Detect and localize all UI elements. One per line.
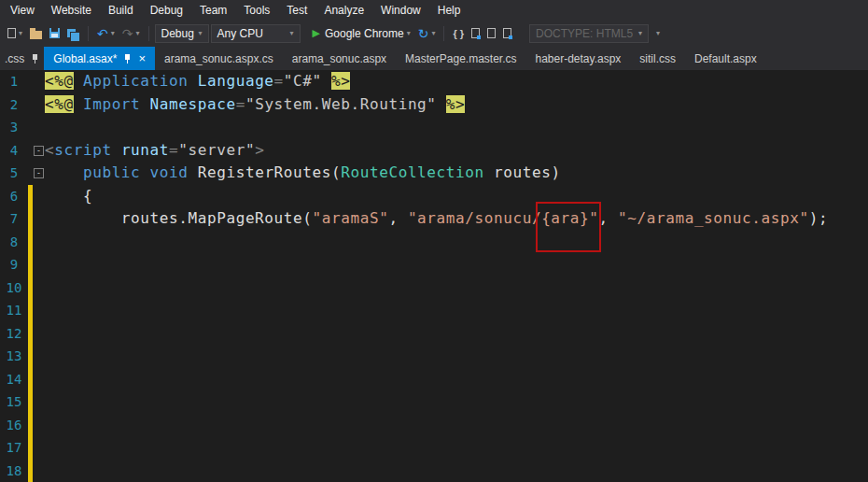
increase-indent-icon xyxy=(503,28,511,38)
menu-item-team[interactable]: Team xyxy=(191,1,235,20)
line-number: 12 xyxy=(0,322,28,346)
chevron-down-icon: ▾ xyxy=(111,29,115,37)
tab-global-asax[interactable]: Global.asax*× xyxy=(44,47,155,70)
fold-margin xyxy=(33,93,45,117)
surround-with-button[interactable]: { } xyxy=(450,26,467,41)
fold-margin xyxy=(33,276,45,300)
code-line-14[interactable]: 14 xyxy=(0,368,868,391)
code-text: <%@ Application Language="C#" %> xyxy=(45,70,350,93)
fold-margin: - xyxy=(33,139,45,163)
code-line-10[interactable]: 10 xyxy=(0,276,868,300)
code-line-3[interactable]: 3 xyxy=(0,116,868,139)
code-line-8[interactable]: 8 xyxy=(0,231,868,254)
tab-default-aspx[interactable]: Default.aspx xyxy=(685,47,766,70)
menu-item-build[interactable]: Build xyxy=(100,1,142,20)
pin-icon[interactable] xyxy=(123,53,132,64)
menu-item-debug[interactable]: Debug xyxy=(142,1,191,20)
menu-item-analyze[interactable]: Analyze xyxy=(315,1,372,20)
menu-item-website[interactable]: Website xyxy=(43,1,100,20)
undo-icon: ↶ xyxy=(97,26,108,41)
code-line-7[interactable]: 7 routes.MapPageRoute("aramaS", "arama/s… xyxy=(0,207,868,231)
start-debugging-button[interactable]: ▶ Google Chrome ▾ xyxy=(310,25,413,42)
fold-margin xyxy=(33,345,45,368)
menu-item-test[interactable]: Test xyxy=(278,1,315,20)
code-editor[interactable]: 1<%@ Application Language="C#" %>2<%@ Im… xyxy=(0,70,868,482)
code-line-15[interactable]: 15 xyxy=(0,390,868,414)
decrease-indent-icon xyxy=(487,28,496,38)
solution-platform-dropdown[interactable]: Any CPU ▾ xyxy=(211,24,301,43)
code-line-6[interactable]: 6 { xyxy=(0,185,868,208)
line-number: 7 xyxy=(0,207,28,231)
save-button[interactable] xyxy=(47,26,63,40)
tab-css[interactable]: .css xyxy=(0,47,44,70)
line-number: 1 xyxy=(0,70,28,93)
fold-margin xyxy=(33,185,45,208)
tab-label: haber-detay.aspx xyxy=(536,52,622,65)
tab-masterpage-master-cs[interactable]: MasterPage.master.cs xyxy=(396,47,525,70)
redo-button[interactable]: ↷ ▾ xyxy=(119,24,143,43)
line-number: 11 xyxy=(0,299,28,322)
line-number: 13 xyxy=(0,345,28,368)
tab-sitil-css[interactable]: sitil.css xyxy=(630,47,685,70)
open-file-button[interactable] xyxy=(27,26,45,41)
code-text: <script runat="server"> xyxy=(45,139,264,163)
format-document-icon xyxy=(471,28,480,38)
tab-haber-detay-aspx[interactable]: haber-detay.aspx xyxy=(526,47,631,70)
menu-item-view[interactable]: View xyxy=(2,1,43,20)
chevron-down-icon: ▾ xyxy=(431,29,435,37)
collapse-icon[interactable]: - xyxy=(34,146,44,156)
line-number: 15 xyxy=(0,390,28,414)
line-number: 16 xyxy=(0,414,28,437)
code-line-12[interactable]: 12 xyxy=(0,322,868,346)
menu-item-tools[interactable]: Tools xyxy=(235,1,278,20)
tab-label: arama_sonuc.aspx.cs xyxy=(164,52,273,65)
close-icon[interactable]: × xyxy=(138,52,146,64)
fold-margin xyxy=(33,299,45,322)
code-line-4[interactable]: 4-<script runat="server"> xyxy=(0,139,868,163)
line-number: 5 xyxy=(0,162,28,185)
undo-button[interactable]: ↶ ▾ xyxy=(94,24,118,43)
menu-bar: ViewWebsiteBuildDebugTeamToolsTestAnalyz… xyxy=(0,0,868,21)
line-number: 14 xyxy=(0,368,28,391)
fold-margin xyxy=(33,116,45,139)
increase-indent-button[interactable] xyxy=(500,26,514,40)
menu-item-help[interactable]: Help xyxy=(429,1,469,20)
format-document-button[interactable] xyxy=(469,26,483,40)
code-line-5[interactable]: 5- public void RegisterRoutes(RouteColle… xyxy=(0,162,868,185)
code-line-16[interactable]: 16 xyxy=(0,414,868,437)
toolbar-overflow-button[interactable]: ▾ xyxy=(651,27,663,39)
line-number: 3 xyxy=(0,116,28,139)
chevron-down-icon: ▾ xyxy=(199,29,203,37)
chevron-down-icon: ▾ xyxy=(19,29,22,37)
fold-margin xyxy=(33,322,45,346)
chevron-down-icon: ▾ xyxy=(638,29,642,37)
code-text: { xyxy=(45,185,92,208)
tab-label: MasterPage.master.cs xyxy=(405,52,516,65)
tab-strip: .cssGlobal.asax*×arama_sonuc.aspx.csaram… xyxy=(0,46,868,70)
tab-label: .css xyxy=(5,52,24,65)
code-line-18[interactable]: 18 xyxy=(0,460,868,482)
code-line-2[interactable]: 2<%@ Import Namespace="System.Web.Routin… xyxy=(0,93,868,117)
code-line-9[interactable]: 9 xyxy=(0,253,868,276)
open-folder-icon xyxy=(30,31,42,39)
code-line-17[interactable]: 17 xyxy=(0,436,868,460)
decrease-indent-button[interactable] xyxy=(484,26,498,40)
tab-arama-sonuc-aspx[interactable]: arama_sonuc.aspx xyxy=(283,47,396,70)
fold-margin xyxy=(33,253,45,276)
menu-item-window[interactable]: Window xyxy=(372,1,429,20)
fold-margin xyxy=(33,368,45,391)
line-number: 18 xyxy=(0,460,28,482)
redo-icon: ↷ xyxy=(122,26,133,41)
code-line-13[interactable]: 13 xyxy=(0,345,868,368)
code-line-11[interactable]: 11 xyxy=(0,299,868,322)
solution-configuration-dropdown[interactable]: Debug ▾ xyxy=(155,24,209,43)
code-line-1[interactable]: 1<%@ Application Language="C#" %> xyxy=(0,70,868,93)
refresh-icon: ↻ xyxy=(418,26,429,41)
pin-icon[interactable] xyxy=(31,53,39,64)
collapse-icon[interactable]: - xyxy=(34,168,44,178)
save-all-button[interactable] xyxy=(64,27,82,39)
doctype-dropdown[interactable]: DOCTYPE: HTML5 ▾ xyxy=(529,24,649,43)
tab-arama-sonuc-aspx-cs[interactable]: arama_sonuc.aspx.cs xyxy=(155,47,283,70)
add-item-button[interactable]: ▾ xyxy=(5,26,25,40)
refresh-button[interactable]: ↻ ▾ xyxy=(415,24,439,43)
